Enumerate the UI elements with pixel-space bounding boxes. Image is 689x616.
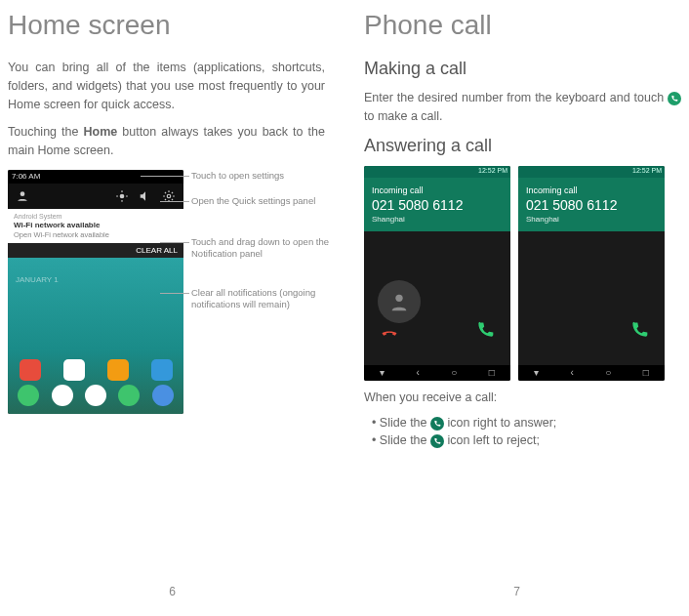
annot-quick-panel: Open the Quick settings panel bbox=[191, 195, 315, 207]
app-icon bbox=[107, 359, 129, 381]
messages-app-icon bbox=[118, 385, 140, 406]
page-right: Phone call Making a call Enter the desir… bbox=[344, 0, 689, 616]
browser-app-icon bbox=[152, 385, 174, 406]
brightness-icon bbox=[115, 189, 129, 203]
volume-icon bbox=[139, 189, 152, 203]
caller-avatar bbox=[378, 280, 421, 323]
intro-paragraph: You can bring all of the items (applicat… bbox=[8, 59, 325, 113]
answer-reject-bullets: Slide the icon right to answer; Slide th… bbox=[372, 416, 681, 447]
status-bar: 12:52 PM bbox=[518, 166, 665, 178]
incoming-call-shot-2: 12:52 PM Incoming call 021 5080 6112 Sha… bbox=[518, 166, 665, 381]
heading-making-call: Making a call bbox=[364, 59, 681, 79]
heading-answering-call: Answering a call bbox=[364, 136, 681, 156]
app-icon bbox=[20, 359, 41, 381]
page-number-left: 6 bbox=[0, 585, 344, 598]
phone-icon bbox=[430, 417, 444, 431]
svg-point-6 bbox=[167, 194, 171, 198]
annot-settings: Touch to open settings bbox=[191, 170, 284, 182]
svg-point-0 bbox=[20, 191, 25, 196]
making-call-paragraph: Enter the desired number from the keyboa… bbox=[364, 89, 681, 126]
page-number-right: 7 bbox=[344, 585, 689, 598]
clear-all-button: CLEAR ALL bbox=[8, 243, 183, 258]
phone-app-icon bbox=[18, 385, 39, 406]
svg-point-1 bbox=[120, 193, 125, 198]
title-home-screen: Home screen bbox=[8, 10, 325, 41]
call-header: Incoming call 021 5080 6112 Shanghai bbox=[364, 178, 510, 231]
receive-call-intro: When you receive a call: bbox=[364, 389, 681, 407]
phone-frame: 7:06 AM Android System Wi-Fi network ava… bbox=[8, 170, 183, 414]
nav-bar: ▾‹○□ bbox=[518, 365, 665, 381]
phone-icon bbox=[430, 434, 444, 448]
annot-clear-all: Clear all notifications (ongoing notific… bbox=[191, 287, 338, 311]
status-bar: 12:52 PM bbox=[364, 166, 510, 178]
annot-drag-notification: Touch and drag down to open the Notifica… bbox=[191, 236, 338, 261]
app-icon bbox=[63, 359, 85, 381]
wifi-notification: Android System Wi-Fi network available O… bbox=[8, 209, 183, 243]
answer-icon bbox=[475, 320, 495, 340]
call-header: Incoming call 021 5080 6112 Shanghai bbox=[518, 178, 665, 231]
app-dock bbox=[8, 381, 183, 410]
home-wallpaper: JANUARY 1 bbox=[8, 258, 183, 414]
answer-icon bbox=[629, 320, 649, 340]
dial-icon bbox=[668, 92, 681, 105]
bullet-reject: Slide the icon left to reject; bbox=[372, 433, 681, 448]
reject-icon bbox=[380, 320, 399, 340]
page-left: Home screen You can bring all of the ite… bbox=[0, 0, 344, 616]
home-button-paragraph: Touching the Home button always takes yo… bbox=[8, 123, 325, 160]
contacts-app-icon bbox=[52, 385, 73, 406]
bullet-answer: Slide the icon right to answer; bbox=[372, 416, 681, 431]
app-icon bbox=[151, 359, 173, 381]
incoming-call-shot-1: 12:52 PM Incoming call 021 5080 6112 Sha… bbox=[364, 166, 510, 381]
svg-point-7 bbox=[395, 294, 402, 301]
apps-drawer-icon bbox=[85, 385, 106, 406]
user-icon bbox=[16, 189, 29, 203]
nav-bar: ▾‹○□ bbox=[364, 365, 510, 381]
title-phone-call: Phone call bbox=[364, 10, 681, 41]
call-screenshots: 12:52 PM Incoming call 021 5080 6112 Sha… bbox=[364, 166, 681, 381]
status-bar: 7:06 AM bbox=[8, 170, 183, 184]
quick-settings-row bbox=[8, 184, 183, 209]
annotated-screenshot: 7:06 AM Android System Wi-Fi network ava… bbox=[8, 170, 325, 463]
